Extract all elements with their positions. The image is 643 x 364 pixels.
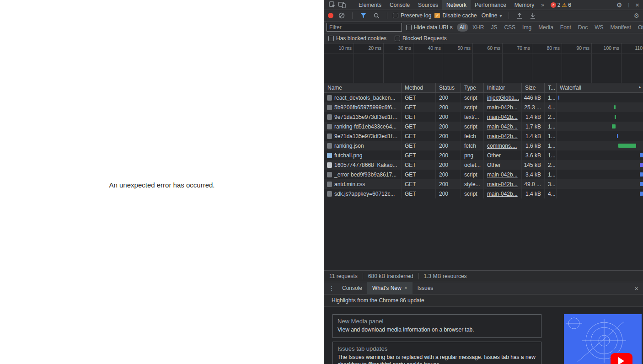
inspect-element-icon[interactable] (327, 1, 337, 9)
filter-pill-ws[interactable]: WS (592, 23, 606, 32)
import-har-icon[interactable] (514, 11, 525, 20)
request-row[interactable]: _error-bed9f93b9a8617...GET200scriptmain… (324, 170, 643, 179)
tab-performance[interactable]: Performance (471, 0, 510, 10)
settings-gear-icon[interactable]: ⚙ (616, 2, 622, 8)
filter-pill-img[interactable]: Img (520, 23, 534, 32)
card-description: View and download media information on a… (338, 326, 536, 333)
request-type: script (461, 189, 484, 198)
filter-pill-manifest[interactable]: Manifest (608, 23, 634, 32)
export-har-icon[interactable] (528, 11, 538, 20)
request-row[interactable]: 1605774778668_Kakao...GET200octet...Othe… (324, 160, 643, 170)
request-row[interactable]: futchall.pngGET200pngOther3.6 kB1... (324, 150, 643, 160)
request-status: 200 (436, 141, 461, 150)
request-row[interactable]: react_devtools_backen...GET200scriptinje… (324, 93, 643, 102)
column-header-status[interactable]: Status (436, 83, 461, 92)
timeline-column: 90 ms (562, 43, 592, 83)
hide-data-urls-checkbox[interactable]: Hide data URLs (406, 24, 453, 31)
filter-pill-media[interactable]: Media (536, 23, 556, 32)
network-filter-input[interactable] (327, 23, 402, 32)
initiator-link[interactable]: injectGloba... (487, 95, 519, 101)
request-type: style... (461, 179, 484, 189)
whats-new-video-thumbnail[interactable] (564, 314, 642, 364)
tab-memory[interactable]: Memory (510, 0, 538, 10)
clear-icon[interactable] (337, 11, 347, 20)
waterfall-bar (618, 144, 636, 148)
drawer-toolbar: ⋮ ConsoleWhat's New×Issues × (324, 282, 643, 294)
request-time: 1... (545, 93, 557, 102)
tab-elements[interactable]: Elements (354, 0, 386, 10)
has-blocked-cookies-checkbox[interactable]: Has blocked cookies (328, 35, 386, 42)
timeline-column: 100 ms (592, 43, 622, 83)
drawer: ⋮ ConsoleWhat's New×Issues × Highlights … (324, 282, 643, 364)
request-time: 1... (545, 122, 557, 131)
request-type: fetch (461, 131, 484, 141)
column-header-method[interactable]: Method (402, 83, 436, 92)
timeline-overview[interactable]: 10 ms20 ms30 ms40 ms50 ms60 ms70 ms80 ms… (324, 43, 643, 83)
request-row[interactable]: antd.min.cssGET200style...main-042b...49… (324, 179, 643, 189)
initiator-link[interactable]: main-042b... (487, 123, 518, 130)
filter-pill-all[interactable]: All (457, 23, 468, 32)
tab-console[interactable]: Console (386, 0, 414, 10)
filter-pill-doc[interactable]: Doc (575, 23, 590, 32)
column-header-initiator[interactable]: Initiator (484, 83, 522, 92)
column-header-waterfall[interactable]: Waterfall▲ (557, 83, 643, 92)
request-row[interactable]: 5b9206fb65975999c6f6...GET200scriptmain-… (324, 102, 643, 112)
drawer-tab-console[interactable]: Console (337, 282, 367, 294)
initiator-link[interactable]: main-042b... (487, 104, 518, 111)
timeline-tick-label: 60 ms (487, 45, 500, 51)
more-tabs-icon[interactable]: » (538, 2, 547, 8)
column-header-size[interactable]: Size (522, 83, 545, 92)
drawer-tab-issues[interactable]: Issues (413, 282, 439, 294)
search-icon[interactable] (371, 11, 381, 20)
request-name-cell: ranking-fd51eb433ce64... (324, 122, 402, 131)
drawer-tab-label: Console (342, 285, 362, 291)
blocked-requests-checkbox[interactable]: Blocked Requests (395, 35, 447, 42)
filter-funnel-icon[interactable] (358, 11, 368, 20)
request-row[interactable]: 9e71da135e973df3ed1f....GET200fetchmain-… (324, 131, 643, 141)
network-filter-bar: Hide data URLs AllXHRJSCSSImgMediaFontDo… (324, 21, 643, 33)
device-toolbar-icon[interactable] (337, 1, 347, 9)
initiator-link[interactable]: main-042b... (487, 114, 518, 120)
filter-pill-css[interactable]: CSS (501, 23, 518, 32)
close-drawer-icon[interactable]: × (632, 284, 640, 292)
devtools-menu-icon[interactable]: ⋮ (626, 2, 632, 8)
request-row[interactable]: 9e71da135e973df3ed1f....GET200text/...ma… (324, 112, 643, 122)
request-row[interactable]: ranking.jsonGET200fetchcommons....1.6 kB… (324, 141, 643, 150)
file-type-icon (327, 162, 332, 168)
record-button[interactable] (328, 13, 333, 18)
column-header-t[interactable]: T... (545, 83, 557, 92)
initiator-link[interactable]: commons.... (487, 143, 517, 149)
close-tab-icon[interactable]: × (404, 285, 407, 291)
filter-pill-other[interactable]: Other (635, 23, 643, 32)
disable-cache-checkbox[interactable]: ✓ Disable cache (434, 12, 477, 19)
waterfall-bar (640, 192, 643, 196)
filter-pill-xhr[interactable]: XHR (470, 23, 487, 32)
request-status: 200 (436, 150, 461, 160)
timeline-column: 10 ms (324, 43, 354, 83)
drawer-menu-icon[interactable]: ⋮ (327, 285, 336, 292)
initiator-link[interactable]: main-042b... (487, 181, 518, 187)
request-time: 2... (545, 160, 557, 170)
tab-network[interactable]: Network (442, 0, 471, 10)
initiator-link[interactable]: main-042b... (487, 191, 518, 197)
timeline-column: 70 ms (503, 43, 532, 83)
drawer-tab-what-s-new[interactable]: What's New× (367, 282, 413, 294)
column-header-name[interactable]: Name (324, 83, 402, 92)
card-title: Issues tab updates (338, 345, 536, 352)
filter-pill-js[interactable]: JS (488, 23, 500, 32)
preserve-log-checkbox[interactable]: Preserve log (393, 12, 431, 19)
issue-badges[interactable]: × 2 ⚠ 6 (551, 2, 571, 8)
tab-sources[interactable]: Sources (414, 0, 442, 10)
request-row[interactable]: sdk.js?appkey=60712c...GET200scriptmain-… (324, 189, 643, 198)
initiator-link[interactable]: main-042b... (487, 171, 518, 178)
whats-new-card[interactable]: New Media panel View and download media … (332, 314, 541, 338)
filter-pill-font[interactable]: Font (557, 23, 574, 32)
initiator-link[interactable]: main-042b... (487, 133, 518, 139)
network-settings-gear-icon[interactable]: ⚙ (633, 12, 639, 19)
close-devtools-icon[interactable]: × (635, 1, 639, 8)
request-row[interactable]: ranking-fd51eb433ce64...GET200scriptmain… (324, 122, 643, 131)
request-name: react_devtools_backen... (334, 95, 395, 101)
column-header-type[interactable]: Type (461, 83, 484, 92)
throttling-dropdown[interactable]: Online ▾ (480, 12, 504, 19)
whats-new-card[interactable]: Issues tab updates The Issues warning ba… (332, 342, 541, 364)
